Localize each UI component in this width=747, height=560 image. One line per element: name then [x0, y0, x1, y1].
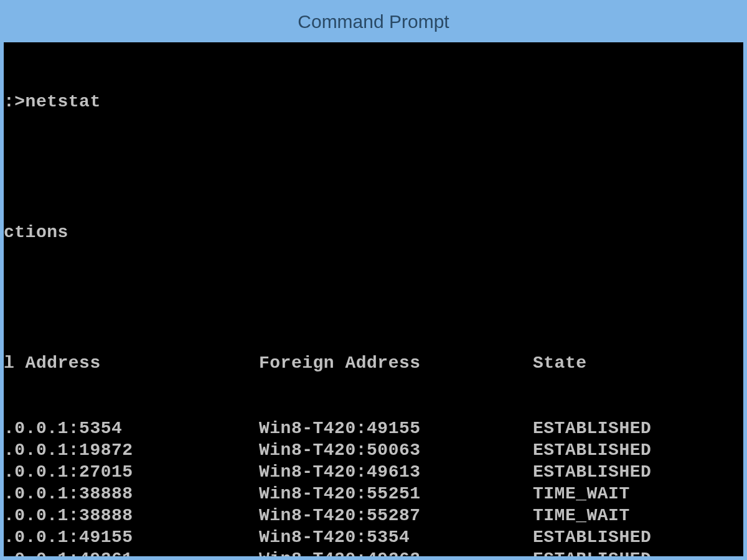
netstat-rows: .0.0.1:5354Win8-T420:49155ESTABLISHED.0.… [4, 418, 743, 556]
header-state: State [533, 352, 743, 374]
cell-foreign-address: Win8-T420:5354 [259, 526, 533, 548]
cell-local-address: .0.0.1:19872 [4, 439, 259, 461]
cell-state: ESTABLISHED [533, 548, 743, 556]
cell-foreign-address: Win8-T420:49155 [259, 418, 533, 439]
blank-line [4, 287, 743, 309]
cell-local-address: .0.0.1:38888 [4, 483, 259, 505]
cell-foreign-address: Win8-T420:50063 [259, 439, 533, 461]
netstat-row: .0.0.1:5354Win8-T420:49155ESTABLISHED [4, 418, 743, 439]
window-title: Command Prompt [298, 11, 449, 32]
terminal-output[interactable]: :>netstat ctions l Address Foreign Addre… [4, 42, 743, 556]
cell-local-address: .0.0.1:49261 [4, 548, 259, 556]
cell-local-address: .0.0.1:49155 [4, 526, 259, 548]
cell-state: ESTABLISHED [533, 418, 743, 439]
header-foreign-address: Foreign Address [259, 352, 533, 374]
header-local-address: l Address [4, 352, 259, 374]
cell-foreign-address: Win8-T420:55287 [259, 505, 533, 526]
netstat-row: .0.0.1:49155Win8-T420:5354ESTABLISHED [4, 526, 743, 548]
cell-state: TIME_WAIT [533, 483, 743, 505]
cell-state: ESTABLISHED [533, 526, 743, 548]
cell-state: ESTABLISHED [533, 439, 743, 461]
netstat-row: .0.0.1:19872Win8-T420:50063ESTABLISHED [4, 439, 743, 461]
blank-line [4, 156, 743, 178]
connections-label: ctions [4, 222, 743, 243]
cell-foreign-address: Win8-T420:55251 [259, 483, 533, 505]
cell-local-address: .0.0.1:27015 [4, 461, 259, 483]
netstat-row: .0.0.1:49261Win8-T420:49262ESTABLISHED [4, 548, 743, 556]
cell-state: TIME_WAIT [533, 505, 743, 526]
netstat-row: .0.0.1:38888Win8-T420:55251TIME_WAIT [4, 483, 743, 505]
cell-foreign-address: Win8-T420:49613 [259, 461, 533, 483]
cell-local-address: .0.0.1:38888 [4, 505, 259, 526]
cell-foreign-address: Win8-T420:49262 [259, 548, 533, 556]
cell-local-address: .0.0.1:5354 [4, 418, 259, 439]
prompt-line: :>netstat [4, 91, 743, 113]
netstat-row: .0.0.1:27015Win8-T420:49613ESTABLISHED [4, 461, 743, 483]
cell-state: ESTABLISHED [533, 461, 743, 483]
netstat-row: .0.0.1:38888Win8-T420:55287TIME_WAIT [4, 505, 743, 526]
window-title-bar[interactable]: Command Prompt [0, 0, 747, 42]
netstat-header-row: l Address Foreign Address State [4, 352, 743, 374]
command-prompt-window: Command Prompt :>netstat ctions l Addres… [0, 0, 747, 560]
